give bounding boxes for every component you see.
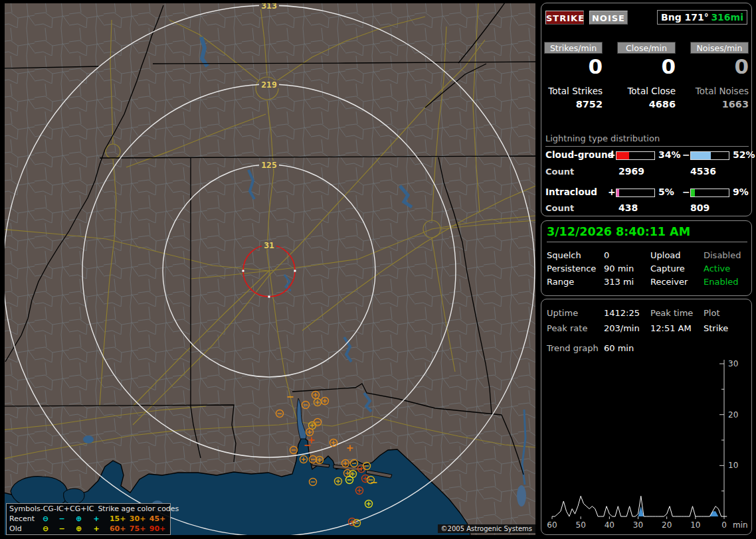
plus-sign: + <box>608 187 616 197</box>
legend-age-header: Strike age color codes <box>98 504 179 514</box>
status-panel: 3/12/2026 8:40:11 AM Squelch 0 Upload Di… <box>541 220 752 296</box>
cg-plus-old-icon: ⊕ <box>70 524 87 534</box>
upload-status: Disabled <box>704 250 741 260</box>
stats-panel: STRIKE NOISE Bng 171°316mi Strikes/min C… <box>541 3 752 216</box>
svg-text:10: 10 <box>728 461 738 470</box>
age-30: 30+ <box>128 514 147 524</box>
datetime-display: 3/12/2026 8:40:11 AM <box>547 225 747 242</box>
svg-text:10: 10 <box>690 520 700 530</box>
plot-mode-value: Strike <box>704 323 728 333</box>
svg-text:31: 31 <box>264 240 274 250</box>
legend-symbols-header: Symbols <box>9 504 41 514</box>
ic-minus-recent-icon: − <box>54 514 70 524</box>
svg-text:30: 30 <box>728 359 738 368</box>
age-75: 75+ <box>128 524 147 534</box>
trend-duration-value: 60 min <box>604 343 634 353</box>
cg-positive-pct: 34% <box>658 149 681 160</box>
legend-col-cg-plus: +CG <box>64 504 80 514</box>
svg-text:313: 313 <box>261 3 276 11</box>
close-per-min-chip: Close/min <box>617 42 676 54</box>
cg-count-label: Count <box>545 167 574 177</box>
capture-label: Capture <box>650 264 685 273</box>
strikes-per-min-value: 0 <box>544 54 605 78</box>
intracloud-label: Intracloud <box>545 187 597 197</box>
range-label: Range <box>547 277 574 287</box>
svg-text:219: 219 <box>261 80 276 90</box>
peak-rate-value: 203/min <box>604 323 640 333</box>
map-canvas: 31321912531 <box>5 3 535 535</box>
cg-negative-bar <box>690 151 729 160</box>
cg-minus-old-icon: ⊖ <box>37 524 54 534</box>
ic-positive-count: 438 <box>618 202 638 213</box>
symbols-legend: Symbols -CG -IC +CG +IC Strike age color… <box>6 503 171 535</box>
copyright-label: ©2005 Astrogenic Systems <box>438 524 535 533</box>
ic-count-label: Count <box>545 203 574 213</box>
ic-positive-pct: 5% <box>658 187 674 197</box>
upload-label: Upload <box>650 250 681 260</box>
ic-positive-bar <box>616 189 655 197</box>
strikes-per-min-chip: Strikes/min <box>544 42 603 54</box>
svg-text:30: 30 <box>633 520 643 530</box>
age-15: 15+ <box>108 514 128 524</box>
persistence-value: 90 min <box>604 264 634 273</box>
noise-toggle-button[interactable]: NOISE <box>589 11 628 25</box>
noises-per-min-value: 0 <box>690 54 751 78</box>
legend-col-cg-minus: -CG <box>41 504 54 514</box>
range-value: 313 mi <box>604 277 634 287</box>
persistence-label: Persistence <box>547 264 596 273</box>
ic-plus-recent-icon: + <box>88 514 105 524</box>
noises-per-min-chip: Noises/min <box>690 42 749 54</box>
age-60: 60+ <box>108 524 128 534</box>
ic-minus-old-icon: − <box>54 524 70 534</box>
distribution-title: Lightning type distribution <box>545 133 749 147</box>
svg-text:60: 60 <box>547 520 557 530</box>
map-view[interactable]: 31321912531 Symbols -CG -IC +CG +IC Stri… <box>5 3 535 535</box>
total-noises-label: Total Noises <box>690 86 749 96</box>
svg-text:20: 20 <box>662 520 672 530</box>
peak-rate-label: Peak rate <box>547 323 587 333</box>
bearing-readout: Bng 171°316mi <box>657 10 747 25</box>
legend-col-ic-minus: -IC <box>54 504 64 514</box>
svg-text:0: 0 <box>721 520 727 530</box>
peak-time-value: 12:51 AM <box>650 323 692 333</box>
total-strikes-label: Total Strikes <box>544 86 603 96</box>
close-per-min-value: 0 <box>617 54 678 78</box>
minus-sign: − <box>682 149 690 160</box>
age-45: 45+ <box>147 514 167 524</box>
bearing-distance: 316mi <box>711 11 743 24</box>
trend-graph-label: Trend graph <box>547 343 599 353</box>
plot-label: Plot <box>704 308 720 318</box>
uptime-label: Uptime <box>547 308 578 318</box>
cg-plus-recent-icon: ⊕ <box>70 514 87 524</box>
ic-negative-pct: 9% <box>733 187 749 197</box>
ic-plus-old-icon: + <box>88 524 105 534</box>
capture-status: Active <box>704 264 730 273</box>
age-90: 90+ <box>147 524 167 534</box>
cg-positive-bar <box>616 151 655 160</box>
strike-toggle-button[interactable]: STRIKE <box>545 11 584 25</box>
ic-negative-count: 809 <box>690 202 709 213</box>
receiver-status: Enabled <box>704 277 739 287</box>
legend-row-recent: Recent <box>9 514 37 524</box>
svg-text:50: 50 <box>576 520 586 530</box>
squelch-label: Squelch <box>547 250 581 260</box>
peak-time-label: Peak time <box>650 308 693 318</box>
bearing-label: Bng 171° <box>661 12 709 23</box>
total-close-value: 4686 <box>617 99 676 110</box>
cg-positive-count: 2969 <box>618 166 644 177</box>
legend-row-old: Old <box>9 524 37 534</box>
squelch-value: 0 <box>604 250 609 260</box>
plus-sign: + <box>608 149 616 160</box>
ic-negative-bar <box>690 189 729 197</box>
total-strikes-value: 8752 <box>544 99 603 110</box>
svg-text:20: 20 <box>728 410 738 420</box>
cg-negative-count: 4536 <box>690 166 716 177</box>
uptime-value: 1412:25 <box>604 308 640 318</box>
session-panel: Uptime 1412:25 Peak time Plot Peak rate … <box>541 299 752 535</box>
cg-minus-recent-icon: ⊖ <box>37 514 54 524</box>
legend-col-ic-plus: +IC <box>80 504 94 514</box>
minus-sign: − <box>682 187 690 197</box>
receiver-label: Receiver <box>650 277 688 287</box>
svg-text:125: 125 <box>261 160 276 170</box>
cg-negative-pct: 52% <box>733 149 755 160</box>
